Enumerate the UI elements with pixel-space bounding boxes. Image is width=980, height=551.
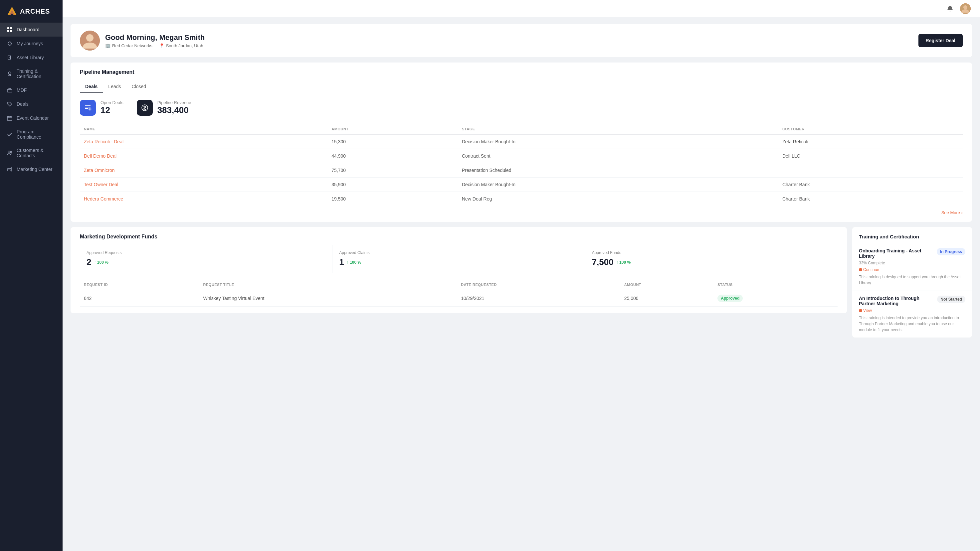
svg-rect-3 bbox=[10, 27, 12, 29]
svg-point-8 bbox=[8, 72, 11, 75]
main-content: Good Morning, Megan Smith 🏢 Red Cedar Ne… bbox=[62, 0, 980, 551]
list-item: An Introduction to Through Partner Marke… bbox=[852, 291, 972, 338]
tag-icon bbox=[6, 101, 13, 107]
mdf-request-title[interactable]: Whiskey Tasting Virtual Event bbox=[199, 290, 457, 306]
col-name: NAME bbox=[80, 124, 328, 135]
sidebar-item-deals[interactable]: Deals bbox=[0, 97, 62, 111]
mdf-request-id[interactable]: 642 bbox=[80, 290, 199, 306]
certificate-icon bbox=[6, 71, 13, 77]
company-name: Red Cedar Networks bbox=[112, 43, 153, 48]
mdf-amount: 25,000 bbox=[620, 290, 714, 306]
sidebar-item-event-calendar-label: Event Calendar bbox=[17, 115, 49, 121]
open-deals-info: Open Deals 12 bbox=[100, 100, 124, 115]
col-customer: CUSTOMER bbox=[778, 124, 963, 135]
training-item-header: Onboarding Training - Asset Library In P… bbox=[859, 248, 966, 259]
checkmark-icon bbox=[6, 131, 13, 137]
revenue-value: 383,400 bbox=[158, 105, 191, 115]
sidebar-item-my-journeys[interactable]: My Journeys bbox=[0, 37, 62, 51]
deal-customer: Charter Bank bbox=[778, 178, 963, 192]
tab-closed[interactable]: Closed bbox=[126, 81, 152, 93]
content-area: Good Morning, Megan Smith 🏢 Red Cedar Ne… bbox=[62, 17, 980, 551]
sidebar-item-event-calendar[interactable]: Event Calendar bbox=[0, 111, 62, 125]
users-icon bbox=[6, 150, 13, 156]
table-row: 642 Whiskey Tasting Virtual Event 10/29/… bbox=[80, 290, 838, 306]
tab-deals[interactable]: Deals bbox=[80, 81, 103, 93]
svg-rect-7 bbox=[9, 57, 10, 58]
deal-name[interactable]: Zeta Omnicron bbox=[80, 163, 328, 178]
col-amount: AMOUNT bbox=[328, 124, 458, 135]
deal-customer bbox=[778, 163, 963, 178]
svg-point-15 bbox=[8, 151, 10, 153]
training-item-header: An Introduction to Through Partner Marke… bbox=[859, 295, 966, 306]
training-link[interactable]: Continue bbox=[859, 267, 966, 272]
open-deals-count: 12 bbox=[100, 105, 124, 115]
training-section: Training and Certification Onboarding Tr… bbox=[852, 227, 972, 343]
see-more-deals[interactable]: See More › bbox=[80, 206, 963, 215]
greeting-text: Good Morning, Megan Smith bbox=[105, 33, 205, 42]
deal-name[interactable]: Zeta Reticuli - Deal bbox=[80, 135, 328, 149]
deal-stage: Decision Maker Bought-In bbox=[458, 178, 778, 192]
mdf-col-date: DATE REQUESTED bbox=[457, 279, 620, 290]
sidebar-item-marketing-center[interactable]: Marketing Center bbox=[0, 162, 62, 176]
training-title: Training and Certification bbox=[852, 227, 972, 243]
mdf-funds-label: Approved Funds bbox=[592, 250, 831, 255]
mdf-col-title: REQUEST TITLE bbox=[199, 279, 457, 290]
mdf-funds-value: 7,500 ↑ 100 % bbox=[592, 257, 831, 267]
svg-point-19 bbox=[963, 5, 967, 9]
table-row: Zeta Omnicron 75,700 Presentation Schedu… bbox=[80, 163, 963, 178]
deal-name[interactable]: Test Owner Deal bbox=[80, 178, 328, 192]
tab-leads[interactable]: Leads bbox=[103, 81, 126, 93]
book-icon bbox=[6, 54, 13, 60]
pipeline-tabs: Deals Leads Closed bbox=[80, 81, 963, 93]
svg-point-16 bbox=[10, 151, 12, 152]
user-avatar-topbar[interactable] bbox=[960, 3, 971, 14]
table-row: Dell Demo Deal 44,900 Contract Sent Dell… bbox=[80, 149, 963, 163]
training-progress: 33% Complete bbox=[859, 261, 966, 265]
status-badge: Not Started bbox=[937, 295, 966, 303]
deal-customer: Dell LLC bbox=[778, 149, 963, 163]
pipeline-card: Pipeline Management Deals Leads Closed O… bbox=[70, 62, 972, 222]
training-link[interactable]: View bbox=[859, 308, 966, 313]
mdf-table: REQUEST ID REQUEST TITLE DATE REQUESTED … bbox=[80, 279, 838, 306]
deal-amount: 35,900 bbox=[328, 178, 458, 192]
sidebar-item-mdf[interactable]: MDF bbox=[0, 83, 62, 97]
welcome-left: Good Morning, Megan Smith 🏢 Red Cedar Ne… bbox=[80, 30, 205, 51]
deal-customer: Zeta Reticuli bbox=[778, 135, 963, 149]
deal-name[interactable]: Hedera Commerce bbox=[80, 192, 328, 206]
sidebar-item-customers-contacts[interactable]: Customers & Contacts bbox=[0, 144, 62, 162]
sidebar: ARCHES Dashboard My Journeys Asset Libra… bbox=[0, 0, 62, 551]
arches-logo-icon bbox=[6, 6, 17, 17]
notifications-button[interactable] bbox=[945, 4, 955, 13]
svg-rect-5 bbox=[10, 30, 12, 32]
user-avatar bbox=[80, 30, 100, 51]
mdf-requests-trend: ↑ 100 % bbox=[94, 260, 108, 265]
sidebar-item-asset-library-label: Asset Library bbox=[17, 55, 44, 60]
sidebar-item-program-compliance-label: Program Compliance bbox=[17, 129, 56, 140]
sidebar-item-asset-library[interactable]: Asset Library bbox=[0, 51, 62, 65]
deal-name[interactable]: Dell Demo Deal bbox=[80, 149, 328, 163]
grid-icon bbox=[6, 27, 13, 33]
sidebar-item-deals-label: Deals bbox=[17, 102, 29, 107]
mdf-funds-trend: ↑ 100 % bbox=[616, 260, 631, 265]
sidebar-item-my-journeys-label: My Journeys bbox=[17, 41, 43, 46]
training-item-title: An Introduction to Through Partner Marke… bbox=[859, 295, 937, 306]
register-deal-button[interactable]: Register Deal bbox=[918, 34, 963, 47]
sidebar-item-dashboard[interactable]: Dashboard bbox=[0, 22, 62, 37]
journey-icon bbox=[6, 41, 13, 46]
pipeline-revenue-stat: Pipeline Revenue 383,400 bbox=[137, 100, 191, 116]
table-row: Hedera Commerce 19,500 New Deal Reg Char… bbox=[80, 192, 963, 206]
user-meta: 🏢 Red Cedar Networks 📍 South Jordan, Uta… bbox=[105, 43, 205, 48]
location-text: South Jordan, Utah bbox=[166, 43, 203, 48]
sidebar-item-training-label: Training & Certification bbox=[17, 68, 56, 79]
open-deals-icon-box bbox=[80, 100, 96, 116]
calendar-icon bbox=[6, 115, 13, 121]
training-description: This training is intended to provide you… bbox=[859, 315, 966, 333]
sidebar-item-training-certification[interactable]: Training & Certification bbox=[0, 65, 62, 83]
mdf-stats-row: Approved Requests 2 ↑ 100 % Approved Cla… bbox=[80, 245, 838, 273]
mdf-stat-claims: Approved Claims 1 ↑ 100 % bbox=[332, 245, 585, 273]
svg-point-10 bbox=[9, 103, 9, 104]
deal-amount: 44,900 bbox=[328, 149, 458, 163]
company-icon: 🏢 bbox=[105, 43, 110, 48]
svg-rect-11 bbox=[7, 116, 12, 121]
sidebar-item-program-compliance[interactable]: Program Compliance bbox=[0, 125, 62, 144]
